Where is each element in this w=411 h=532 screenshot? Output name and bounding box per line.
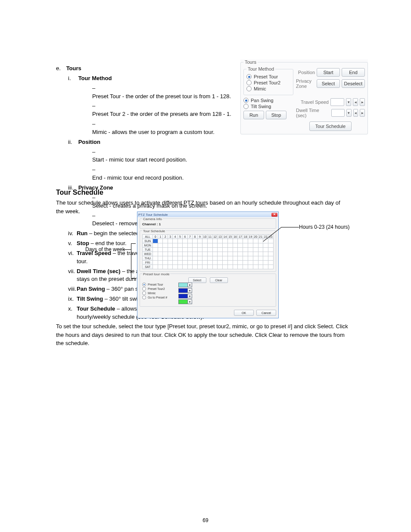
schedule-cell[interactable] — [238, 248, 243, 252]
mode-radio[interactable]: Preset Tour2 — [142, 287, 172, 291]
day-header[interactable]: WED — [143, 252, 153, 256]
schedule-cell[interactable] — [258, 265, 263, 269]
hour-header[interactable]: 16 — [233, 235, 238, 239]
dwell-time-up[interactable]: ▸ — [360, 109, 365, 117]
schedule-cell[interactable] — [183, 256, 187, 261]
schedule-cell[interactable] — [153, 239, 158, 243]
mode-color-dropdown[interactable]: ▼ — [178, 294, 192, 299]
schedule-cell[interactable] — [238, 261, 243, 265]
schedule-cell[interactable] — [183, 248, 187, 252]
mode-radio[interactable]: Go to Preset # — [142, 296, 172, 299]
schedule-cell[interactable] — [163, 248, 168, 252]
schedule-cell[interactable] — [197, 239, 202, 243]
schedule-cell[interactable] — [218, 243, 223, 248]
schedule-cell[interactable] — [258, 243, 263, 248]
schedule-cell[interactable] — [207, 239, 212, 243]
hour-header[interactable]: 13 — [218, 235, 223, 239]
schedule-cell[interactable] — [193, 256, 197, 261]
schedule-cell[interactable] — [193, 265, 197, 269]
schedule-cell[interactable] — [218, 248, 223, 252]
schedule-cell[interactable] — [223, 256, 228, 261]
schedule-cell[interactable] — [212, 265, 218, 269]
day-header[interactable]: SUN — [143, 239, 153, 243]
hour-header[interactable]: 1 — [158, 235, 162, 239]
schedule-cell[interactable] — [163, 256, 168, 261]
hour-header[interactable]: 17 — [238, 235, 243, 239]
schedule-cell[interactable] — [243, 248, 248, 252]
schedule-cell[interactable] — [248, 248, 253, 252]
schedule-cell[interactable] — [238, 256, 243, 261]
schedule-grid[interactable]: ALL0123456789101112131415161718192021222… — [142, 234, 274, 269]
schedule-cell[interactable] — [177, 239, 182, 243]
start-button[interactable]: Start — [317, 68, 340, 77]
dwell-time-input[interactable] — [331, 109, 345, 117]
schedule-cell[interactable] — [202, 239, 208, 243]
travel-speed-down[interactable]: ◂ — [353, 98, 358, 106]
schedule-cell[interactable] — [238, 243, 243, 248]
schedule-cell[interactable] — [187, 243, 192, 248]
radio-preset-tour[interactable]: Preset Tour — [246, 74, 290, 79]
hour-header[interactable]: 14 — [223, 235, 228, 239]
schedule-cell[interactable] — [168, 265, 172, 269]
day-header[interactable]: ALL — [143, 235, 153, 239]
schedule-cell[interactable] — [202, 261, 208, 265]
schedule-cell[interactable] — [187, 256, 192, 261]
close-icon[interactable]: ✕ — [271, 213, 277, 217]
hour-header[interactable]: 20 — [253, 235, 258, 239]
schedule-cell[interactable] — [258, 248, 263, 252]
schedule-cell[interactable] — [193, 252, 197, 256]
schedule-cell[interactable] — [258, 239, 263, 243]
schedule-cell[interactable] — [248, 265, 253, 269]
mode-radio[interactable]: Preset Tour — [142, 283, 172, 286]
hour-header[interactable]: 21 — [258, 235, 263, 239]
ok-button[interactable]: OK — [234, 310, 254, 316]
schedule-cell[interactable] — [197, 252, 202, 256]
day-header[interactable]: FRI — [143, 261, 153, 265]
schedule-cell[interactable] — [218, 256, 223, 261]
schedule-cell[interactable] — [177, 252, 182, 256]
schedule-cell[interactable] — [163, 239, 168, 243]
schedule-cell[interactable] — [268, 239, 274, 243]
schedule-cell[interactable] — [158, 265, 162, 269]
hour-header[interactable]: 12 — [212, 235, 218, 239]
mode-color-dropdown[interactable]: ▼ — [178, 299, 192, 304]
hour-header[interactable]: 5 — [177, 235, 182, 239]
schedule-cell[interactable] — [212, 243, 218, 248]
schedule-cell[interactable] — [227, 243, 233, 248]
schedule-cell[interactable] — [268, 265, 274, 269]
schedule-cell[interactable] — [173, 256, 177, 261]
hour-header[interactable]: 10 — [202, 235, 208, 239]
schedule-cell[interactable] — [258, 261, 263, 265]
schedule-cell[interactable] — [218, 239, 223, 243]
schedule-cell[interactable] — [243, 252, 248, 256]
select-button[interactable]: Select — [317, 79, 340, 88]
travel-speed-dropdown[interactable]: ▾ — [346, 98, 351, 106]
schedule-cell[interactable] — [253, 239, 258, 243]
schedule-cell[interactable] — [183, 239, 187, 243]
schedule-cell[interactable] — [243, 239, 248, 243]
schedule-cell[interactable] — [197, 248, 202, 252]
schedule-cell[interactable] — [158, 252, 162, 256]
hour-header[interactable]: 3 — [168, 235, 172, 239]
schedule-cell[interactable] — [233, 256, 238, 261]
schedule-cell[interactable] — [153, 256, 158, 261]
hour-header[interactable]: 9 — [197, 235, 202, 239]
schedule-cell[interactable] — [207, 252, 212, 256]
schedule-cell[interactable] — [233, 248, 238, 252]
hour-header[interactable]: 4 — [173, 235, 177, 239]
travel-speed-up[interactable]: ▸ — [360, 98, 365, 106]
schedule-cell[interactable] — [243, 256, 248, 261]
schedule-cell[interactable] — [173, 265, 177, 269]
hour-header[interactable]: 8 — [193, 235, 197, 239]
deselect-button[interactable]: Deselect — [342, 79, 365, 88]
schedule-cell[interactable] — [197, 243, 202, 248]
schedule-cell[interactable] — [183, 265, 187, 269]
schedule-cell[interactable] — [163, 261, 168, 265]
radio-mimic[interactable]: Mimic — [246, 86, 290, 91]
schedule-cell[interactable] — [263, 243, 268, 248]
schedule-cell[interactable] — [158, 239, 162, 243]
schedule-cell[interactable] — [158, 261, 162, 265]
schedule-cell[interactable] — [253, 265, 258, 269]
schedule-cell[interactable] — [173, 261, 177, 265]
schedule-cell[interactable] — [168, 239, 172, 243]
